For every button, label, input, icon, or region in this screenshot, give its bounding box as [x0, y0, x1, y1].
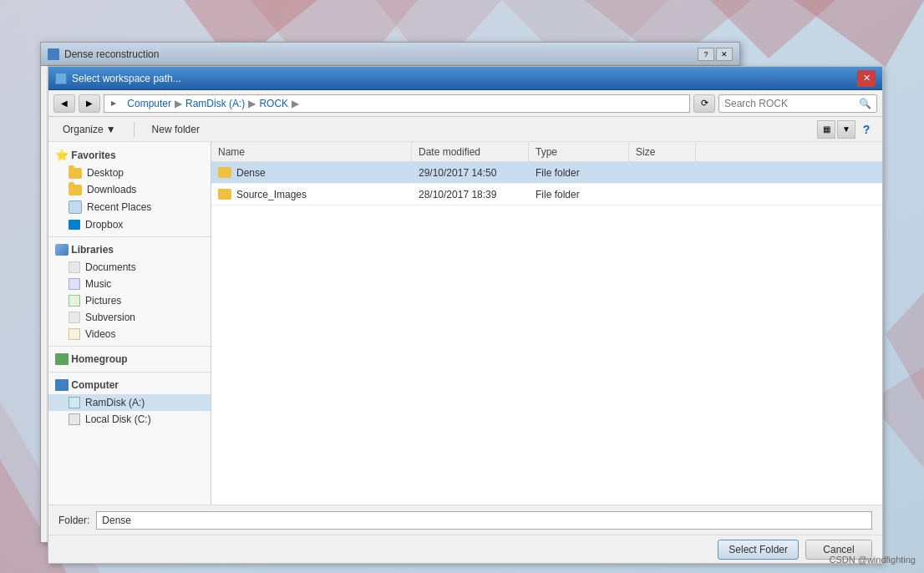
homegroup-header[interactable]: Homegroup — [48, 350, 211, 368]
outer-close-button[interactable]: ✕ — [716, 48, 733, 61]
view-arrow-button[interactable]: ▼ — [837, 120, 855, 139]
sidebar-item-dropbox[interactable]: Dropbox — [48, 216, 211, 233]
organize-label: Organize — [63, 124, 104, 135]
sidebar-item-desktop[interactable]: Desktop — [48, 165, 211, 181]
documents-icon — [69, 261, 80, 273]
sidebar-item-downloads[interactable]: Downloads — [48, 181, 211, 198]
view-mode-button[interactable]: ▦ — [817, 120, 835, 139]
back-button[interactable]: ◀ — [53, 94, 75, 113]
forward-button[interactable]: ▶ — [79, 94, 100, 113]
dense-date: 29/10/2017 14:50 — [412, 167, 529, 179]
sidebar-item-subversion[interactable]: Subversion — [48, 309, 211, 326]
subversion-icon — [69, 312, 80, 323]
sep3: ▶ — [292, 98, 299, 109]
sep2: ▶ — [248, 98, 256, 109]
action-bar: Select Folder Cancel — [48, 535, 882, 563]
sidebar-item-localdisk[interactable]: Local Disk (C:) — [48, 411, 211, 428]
dropbox-label: Dropbox — [85, 219, 123, 231]
sidebar-divider-1 — [48, 236, 211, 237]
col-header-date[interactable]: Date modified — [412, 142, 529, 161]
pictures-label: Pictures — [85, 295, 121, 307]
pictures-icon — [69, 295, 80, 307]
table-row[interactable]: Source_Images 28/10/2017 18:39 File fold… — [211, 184, 882, 205]
outer-titlebar: Dense reconstruction ? ✕ — [41, 43, 739, 66]
dialog-title: Select workspace path... — [72, 73, 852, 84]
outer-help-button[interactable]: ? — [698, 48, 714, 61]
dialog-window-icon — [55, 73, 67, 84]
dense-folder-icon — [218, 167, 231, 178]
col-type-label: Type — [536, 146, 557, 158]
localdisk-label: Local Disk (C:) — [85, 413, 151, 425]
new-folder-button[interactable]: New folder — [145, 120, 207, 139]
favorites-star-icon: ⭐ — [55, 149, 69, 161]
col-header-size[interactable]: Size — [629, 142, 696, 161]
help-button[interactable]: ? — [857, 120, 876, 139]
col-date-label: Date modified — [419, 146, 480, 158]
sidebar-item-videos[interactable]: Videos — [48, 326, 211, 342]
organize-button[interactable]: Organize ▼ — [55, 120, 124, 139]
computer-header[interactable]: Computer — [48, 376, 211, 394]
toolbar: Organize ▼ New folder ▦ ▼ ? — [48, 117, 882, 142]
computer-icon — [55, 379, 69, 391]
source-date: 28/10/2017 18:39 — [412, 189, 529, 200]
dialog-close-button[interactable]: ✕ — [857, 70, 876, 87]
sidebar-divider-2 — [48, 346, 211, 347]
breadcrumb-ramdisk[interactable]: RamDisk (A:) — [185, 98, 245, 109]
table-row[interactable]: Dense 29/10/2017 14:50 File folder — [211, 162, 882, 184]
sep1: ▶ — [175, 98, 182, 109]
dialog-titlebar: Select workspace path... ✕ — [48, 67, 882, 90]
sidebar-item-recent-places[interactable]: Recent Places — [48, 198, 211, 216]
recent-places-icon — [69, 200, 82, 214]
sidebar-divider-3 — [48, 372, 211, 373]
outer-window: Dense reconstruction ? ✕ Select workspac… — [40, 42, 740, 543]
outer-window-title: Dense reconstruction — [64, 48, 693, 60]
libraries-header[interactable]: Libraries — [48, 241, 211, 259]
sidebar-item-music[interactable]: Music — [48, 276, 211, 292]
videos-icon — [69, 328, 80, 340]
breadcrumb-arrow-root: ▶ — [111, 99, 116, 107]
source-name: Source_Images — [236, 189, 307, 200]
dense-type: File folder — [529, 167, 629, 179]
breadcrumb-computer[interactable]: Computer — [127, 98, 171, 109]
desktop-folder-icon — [69, 168, 82, 179]
toolbar-separator — [134, 122, 135, 137]
homegroup-icon — [55, 353, 69, 365]
sidebar-item-pictures[interactable]: Pictures — [48, 292, 211, 309]
sidebar-item-documents[interactable]: Documents — [48, 259, 211, 276]
breadcrumb-bar[interactable]: ▶ Computer ▶ RamDisk (A:) ▶ ROCK ▶ — [104, 94, 690, 113]
dense-name: Dense — [236, 167, 266, 179]
svg-marker-9 — [886, 292, 924, 401]
refresh-button[interactable]: ⟳ — [693, 94, 715, 113]
svg-marker-6 — [794, 0, 924, 67]
ramdisk-icon — [69, 397, 80, 408]
computer-section: Computer RamDisk (A:) Local Disk (C:) — [48, 376, 211, 428]
documents-label: Documents — [85, 261, 136, 273]
col-size-label: Size — [636, 146, 655, 158]
music-label: Music — [85, 278, 111, 290]
libraries-icon — [55, 244, 69, 256]
sidebar-item-ramdisk[interactable]: RamDisk (A:) — [48, 394, 211, 411]
videos-label: Videos — [85, 328, 115, 340]
downloads-label: Downloads — [87, 184, 136, 195]
favorites-header[interactable]: ⭐ Favorites — [48, 145, 211, 165]
sidebar: ⭐ Favorites Desktop Downloads Rec — [48, 142, 211, 505]
breadcrumb-rock[interactable]: ROCK — [259, 98, 288, 109]
favorites-section: ⭐ Favorites Desktop Downloads Rec — [48, 145, 211, 233]
file-list: Name Date modified Type Size — [211, 142, 882, 505]
select-folder-button[interactable]: Select Folder — [718, 540, 799, 560]
recent-places-label: Recent Places — [87, 201, 151, 213]
homegroup-section: Homegroup — [48, 350, 211, 368]
col-header-type[interactable]: Type — [529, 142, 629, 161]
desktop-label: Desktop — [87, 167, 124, 179]
source-folder-icon — [218, 189, 231, 200]
outer-window-icon — [48, 48, 59, 60]
subversion-label: Subversion — [85, 312, 135, 323]
search-icon[interactable]: 🔍 — [859, 98, 871, 109]
folder-input[interactable] — [96, 511, 872, 530]
search-input[interactable] — [724, 98, 855, 109]
file-list-header: Name Date modified Type Size — [211, 142, 882, 162]
main-area: ⭐ Favorites Desktop Downloads Rec — [48, 142, 882, 505]
file-name-source: Source_Images — [211, 189, 412, 200]
col-header-name[interactable]: Name — [211, 142, 412, 161]
homegroup-label: Homegroup — [71, 353, 127, 365]
